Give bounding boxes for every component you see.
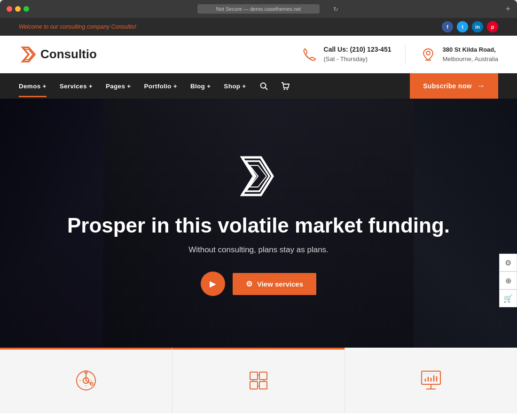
website: Welcome to our consulting company Consul…	[0, 18, 517, 420]
right-sidebar: ⚙ ⊕ 🛒	[499, 254, 517, 307]
linkedin-icon[interactable]: in	[472, 21, 483, 32]
card-1-bar	[0, 348, 172, 350]
dot-yellow[interactable]	[15, 6, 21, 12]
logo-icon	[19, 45, 39, 64]
card-3	[345, 348, 517, 413]
bottom-cards	[0, 348, 517, 413]
globe-sidebar-btn[interactable]: ⊕	[499, 272, 517, 289]
view-services-button[interactable]: ⚙ View services	[233, 273, 316, 295]
nav-item-demos[interactable]: Demos +	[19, 75, 47, 97]
svg-point-4	[260, 83, 266, 88]
main-nav: Demos + Services + Pages + Portfolio + B…	[0, 73, 517, 99]
nav-search-icon[interactable]	[259, 82, 268, 90]
logo[interactable]: Consultio	[19, 45, 97, 64]
analytics-icon	[73, 367, 99, 394]
card-3-bar	[345, 348, 517, 350]
nav-item-pages[interactable]: Pages +	[106, 75, 131, 97]
puzzle-icon	[245, 367, 272, 394]
refresh-icon[interactable]: ↻	[333, 6, 338, 13]
location-contact: 380 St Kilda Road, Melbourne, Australia	[420, 45, 498, 63]
hero-title: Prosper in this volatile market funding.	[67, 213, 450, 238]
hero-section: Prosper in this volatile market funding.…	[0, 99, 517, 348]
svg-line-5	[265, 87, 267, 90]
call-hours: (Sat - Thursday)	[324, 55, 368, 62]
presentation-icon	[418, 367, 444, 394]
hero-content: Prosper in this volatile market funding.…	[0, 99, 517, 348]
svg-rect-17	[250, 372, 258, 380]
nav-item-portfolio[interactable]: Portfolio +	[144, 75, 177, 97]
logo-text: Consultio	[40, 47, 97, 62]
brand-name: Consultio!	[111, 23, 136, 30]
gear-icon: ⚙	[246, 280, 252, 288]
hero-subtitle: Without consulting, plans stay as plans.	[188, 245, 329, 255]
browser-url[interactable]: Not Secure — demo.casethemes.net	[197, 4, 320, 14]
twitter-icon[interactable]: t	[457, 21, 468, 32]
view-services-label: View services	[257, 280, 303, 288]
svg-rect-18	[259, 372, 267, 380]
address-line2: Melbourne, Australia	[442, 55, 498, 62]
new-tab-button[interactable]: +	[505, 4, 510, 14]
browser-dots	[7, 6, 29, 12]
svg-point-2	[426, 51, 430, 55]
dot-red[interactable]	[7, 6, 12, 12]
location-info: 380 St Kilda Road, Melbourne, Australia	[442, 45, 498, 63]
phone-info: Call Us: (210) 123-451 (Sat - Thursday)	[324, 45, 392, 64]
site-header: Consultio Call Us: (210) 123-451 (Sat - …	[0, 36, 517, 73]
subscribe-button[interactable]: Subscribe now	[410, 73, 498, 99]
svg-rect-19	[250, 381, 258, 389]
browser-chrome: Not Secure — demo.casethemes.net ↻ +	[0, 0, 517, 18]
card-2	[172, 348, 345, 413]
address-line1: 380 St Kilda Road,	[442, 46, 495, 53]
header-right: Call Us: (210) 123-451 (Sat - Thursday) …	[301, 45, 498, 64]
phone-icon	[301, 46, 318, 63]
nav-item-services[interactable]: Services +	[60, 75, 93, 97]
hero-buttons: ▶ ⚙ View services	[201, 272, 316, 296]
top-bar: Welcome to our consulting company Consul…	[0, 18, 517, 36]
svg-rect-20	[259, 381, 267, 389]
location-icon	[420, 46, 437, 63]
facebook-icon[interactable]: f	[442, 21, 453, 32]
welcome-text: Welcome to our consulting company	[19, 23, 111, 30]
nav-item-shop[interactable]: Shop +	[224, 75, 246, 97]
nav-items: Demos + Services + Pages + Portfolio + B…	[19, 75, 290, 97]
cart-icon[interactable]	[281, 82, 290, 90]
social-icons: f t in p	[442, 21, 498, 32]
dot-green[interactable]	[24, 6, 29, 12]
pinterest-icon[interactable]: p	[487, 21, 498, 32]
top-bar-welcome: Welcome to our consulting company Consul…	[19, 23, 136, 30]
phone-contact: Call Us: (210) 123-451 (Sat - Thursday)	[301, 45, 392, 64]
header-divider	[405, 45, 406, 64]
card-2-bar	[172, 348, 345, 350]
svg-point-7	[286, 89, 288, 90]
play-button[interactable]: ▶	[201, 272, 225, 296]
nav-item-blog[interactable]: Blog +	[190, 75, 211, 97]
settings-sidebar-btn[interactable]: ⚙	[499, 254, 517, 272]
call-label: Call Us: (210) 123-451	[324, 46, 392, 53]
card-1	[0, 348, 172, 413]
cart-sidebar-btn[interactable]: 🛒	[499, 289, 517, 307]
hero-logo-icon	[233, 150, 284, 202]
svg-point-6	[283, 89, 285, 90]
